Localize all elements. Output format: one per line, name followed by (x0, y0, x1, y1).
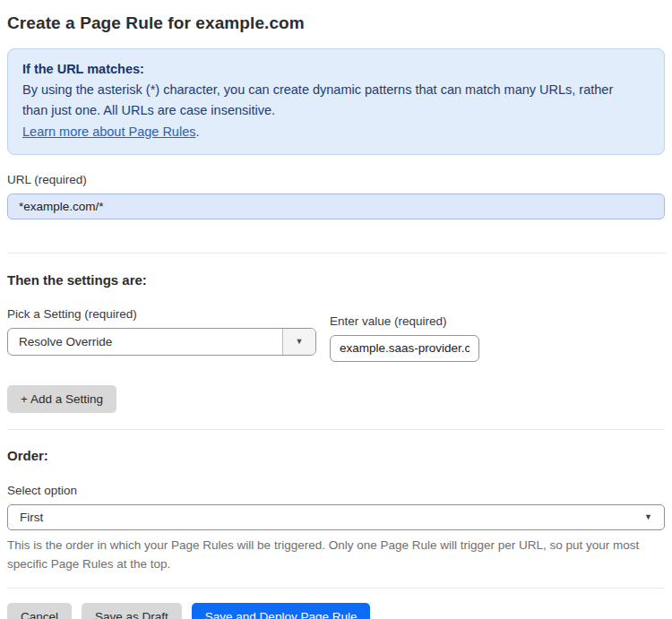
setting-select-value: Resolve Override (8, 335, 282, 348)
page-rule-form: Create a Page Rule for example.com If th… (0, 0, 672, 619)
value-column: Enter value (required) (330, 314, 479, 362)
add-setting-button[interactable]: + Add a Setting (7, 385, 116, 413)
order-section-heading: Order: (7, 448, 665, 463)
order-help-text: This is the order in which your Page Rul… (7, 537, 652, 574)
url-field-label: URL (required) (7, 173, 665, 186)
footer-actions: Cancel Save as Draft Save and Deploy Pag… (7, 603, 665, 619)
divider (7, 253, 665, 254)
info-box-body: By using the asterisk (*) character, you… (22, 80, 632, 121)
url-match-info-box: If the URL matches: By using the asteris… (7, 48, 665, 155)
url-input[interactable] (7, 193, 665, 219)
caret-down-icon: ▼ (644, 512, 652, 521)
info-box-heading: If the URL matches: (22, 59, 650, 80)
setting-select[interactable]: Resolve Override ▼ (7, 328, 316, 356)
order-select-label: Select option (7, 484, 665, 497)
learn-more-link[interactable]: Learn more about Page Rules (22, 125, 195, 139)
divider (7, 429, 665, 430)
setting-column: Pick a Setting (required) Resolve Overri… (7, 307, 316, 356)
cancel-button[interactable]: Cancel (7, 603, 72, 619)
save-as-draft-button[interactable]: Save as Draft (82, 603, 182, 619)
value-field-label: Enter value (required) (330, 314, 479, 328)
save-and-deploy-button[interactable]: Save and Deploy Page Rule (192, 603, 371, 619)
settings-row: Pick a Setting (required) Resolve Overri… (7, 307, 665, 362)
divider (7, 588, 665, 589)
order-select-value: First (20, 511, 43, 524)
info-box-link-line: Learn more about Page Rules. (22, 122, 650, 142)
link-suffix: . (195, 125, 199, 139)
setting-value-input[interactable] (330, 335, 479, 362)
order-select[interactable]: First ▼ (7, 504, 665, 530)
caret-down-icon[interactable]: ▼ (282, 329, 315, 355)
setting-select-label: Pick a Setting (required) (7, 307, 316, 321)
page-title: Create a Page Rule for example.com (7, 13, 665, 33)
settings-section-heading: Then the settings are: (7, 272, 665, 288)
